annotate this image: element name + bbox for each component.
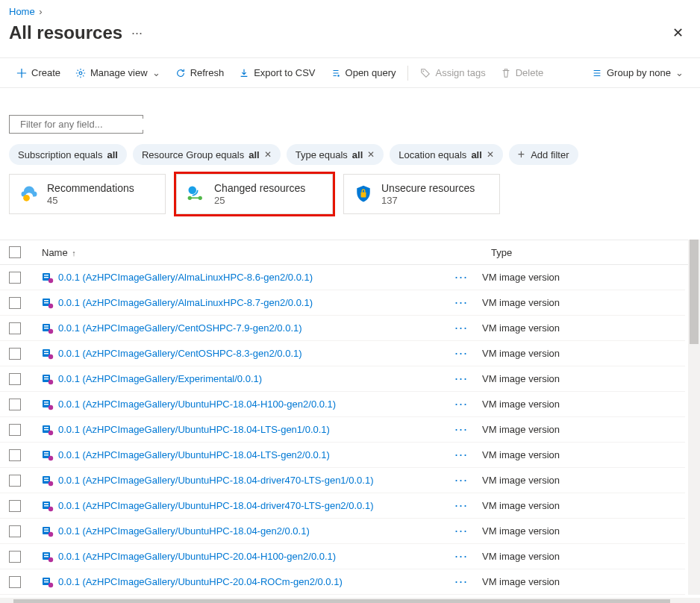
row-more-button[interactable]: ···: [440, 371, 482, 387]
row-more-button[interactable]: ···: [440, 549, 482, 564]
svg-rect-33: [44, 427, 49, 428]
breadcrumb-home[interactable]: Home: [9, 6, 35, 17]
export-csv-button[interactable]: Export to CSV: [231, 63, 322, 83]
svg-rect-18: [44, 328, 49, 329]
row-more-button[interactable]: ···: [440, 472, 482, 488]
row-more-button[interactable]: ···: [440, 295, 482, 310]
resource-link[interactable]: 0.0.1 (AzHPCImageGallery/UbuntuHPC-18.04…: [58, 449, 330, 460]
row-more-button[interactable]: ···: [440, 396, 482, 412]
delete-label: Delete: [516, 67, 544, 78]
row-more-button[interactable]: ···: [440, 346, 482, 361]
row-checkbox[interactable]: [9, 449, 21, 461]
more-icon[interactable]: ···: [131, 26, 143, 40]
resource-link[interactable]: 0.0.1 (AzHPCImageGallery/UbuntuHPC-20.04…: [58, 576, 343, 587]
grid-header: Name ↑ Type: [0, 240, 700, 265]
row-checkbox[interactable]: [9, 525, 21, 537]
pill-location-prefix: Location equals: [399, 149, 466, 160]
row-more-button[interactable]: ···: [440, 447, 482, 463]
row-checkbox[interactable]: [9, 475, 21, 487]
card-recommendations-count: 45: [47, 195, 134, 206]
refresh-button[interactable]: Refresh: [168, 63, 232, 83]
resource-link[interactable]: 0.0.1 (AzHPCImageGallery/UbuntuHPC-18.04…: [58, 399, 336, 410]
row-checkbox[interactable]: [9, 424, 21, 436]
svg-point-27: [49, 379, 53, 384]
card-unsecure-resources[interactable]: Unsecure resources 137: [343, 174, 500, 214]
resource-link[interactable]: 0.0.1 (AzHPCImageGallery/UbuntuHPC-18.04…: [58, 525, 310, 537]
row-type: VM image version: [482, 475, 676, 486]
pill-resource-group[interactable]: Resource Group equals all ✕: [133, 144, 281, 165]
vertical-scrollbar[interactable]: [688, 240, 700, 595]
row-more-button[interactable]: ···: [440, 422, 482, 437]
select-all-checkbox[interactable]: [9, 246, 21, 258]
row-name-cell: 0.0.1 (AzHPCImageGallery/CentOSHPC-7.9-g…: [42, 322, 440, 334]
svg-rect-14: [44, 302, 49, 304]
filters-area: Subscription equals all Resource Group e…: [0, 88, 700, 226]
manage-view-button[interactable]: Manage view ⌄: [68, 63, 168, 83]
table-row: 0.0.1 (AzHPCImageGallery/UbuntuHPC-18.04…: [0, 493, 685, 519]
row-checkbox[interactable]: [9, 322, 21, 334]
filter-input[interactable]: [20, 119, 146, 130]
table-row: 0.0.1 (AzHPCImageGallery/CentOSHPC-7.9-g…: [0, 316, 685, 341]
resource-link[interactable]: 0.0.1 (AzHPCImageGallery/AlmaLinuxHPC-8.…: [58, 272, 313, 283]
pill-type[interactable]: Type equals all ✕: [287, 144, 384, 165]
row-checkbox[interactable]: [9, 500, 21, 512]
pill-rg-prefix: Resource Group equals: [142, 149, 244, 160]
resource-link[interactable]: 0.0.1 (AzHPCImageGallery/AlmaLinuxHPC-8.…: [58, 297, 313, 308]
row-checkbox[interactable]: [9, 348, 21, 360]
horizontal-scrollbar[interactable]: [0, 598, 700, 603]
row-checkbox[interactable]: [9, 399, 21, 410]
row-name-cell: 0.0.1 (AzHPCImageGallery/CentOSHPC-8.3-g…: [42, 348, 440, 360]
header-type[interactable]: Type: [491, 247, 685, 258]
resource-link[interactable]: 0.0.1 (AzHPCImageGallery/UbuntuHPC-20.04…: [58, 551, 336, 562]
vm-image-icon: [42, 322, 54, 334]
row-type: VM image version: [482, 449, 676, 460]
svg-rect-30: [44, 404, 49, 405]
header-name[interactable]: Name ↑: [42, 247, 449, 258]
filter-input-wrap[interactable]: [9, 115, 143, 134]
filter-pill-row: Subscription equals all Resource Group e…: [9, 144, 691, 165]
pill-subscription[interactable]: Subscription equals all: [9, 144, 127, 165]
row-more-button[interactable]: ···: [440, 269, 482, 285]
card-recommendations-title: Recommendations: [47, 182, 134, 194]
resource-link[interactable]: 0.0.1 (AzHPCImageGallery/UbuntuHPC-18.04…: [58, 500, 373, 511]
card-recommendations[interactable]: Recommendations 45: [9, 174, 166, 214]
pill-type-remove[interactable]: ✕: [367, 149, 375, 160]
pill-location-remove[interactable]: ✕: [487, 149, 494, 160]
cloud-bulb-icon: [19, 184, 40, 204]
row-checkbox[interactable]: [9, 373, 21, 385]
svg-point-4: [189, 187, 197, 195]
svg-rect-46: [44, 505, 49, 507]
svg-rect-53: [44, 554, 49, 555]
open-query-button[interactable]: Open query: [323, 63, 404, 83]
resource-link[interactable]: 0.0.1 (AzHPCImageGallery/CentOSHPC-7.9-g…: [58, 322, 302, 334]
svg-point-55: [49, 557, 53, 561]
chevron-right-icon: ›: [39, 6, 42, 17]
row-more-button[interactable]: ···: [440, 574, 482, 590]
row-checkbox[interactable]: [9, 551, 21, 563]
row-checkbox[interactable]: [9, 576, 21, 588]
vm-image-icon: [42, 576, 54, 588]
row-checkbox[interactable]: [9, 272, 21, 284]
pill-subscription-prefix: Subscription equals: [18, 149, 102, 160]
group-by-button[interactable]: Group by none ⌄: [584, 63, 691, 83]
close-button[interactable]: ✕: [665, 22, 691, 44]
vm-image-icon: [42, 424, 54, 436]
assign-tags-button: Assign tags: [413, 63, 493, 83]
resource-link[interactable]: 0.0.1 (AzHPCImageGallery/Experimental/0.…: [58, 373, 262, 384]
create-button[interactable]: Create: [9, 63, 68, 83]
row-more-button[interactable]: ···: [440, 523, 482, 539]
table-row: 0.0.1 (AzHPCImageGallery/Experimental/0.…: [0, 366, 685, 392]
row-more-button[interactable]: ···: [440, 320, 482, 336]
svg-rect-26: [44, 378, 49, 380]
resource-link[interactable]: 0.0.1 (AzHPCImageGallery/UbuntuHPC-18.04…: [58, 424, 330, 435]
pill-add-filter[interactable]: + Add filter: [509, 144, 578, 165]
table-row: 0.0.1 (AzHPCImageGallery/UbuntuHPC-20.04…: [0, 544, 685, 569]
row-more-button[interactable]: ···: [440, 498, 482, 513]
pill-rg-remove[interactable]: ✕: [264, 149, 272, 160]
resource-link[interactable]: 0.0.1 (AzHPCImageGallery/UbuntuHPC-18.04…: [58, 475, 373, 486]
resource-link[interactable]: 0.0.1 (AzHPCImageGallery/CentOSHPC-8.3-g…: [58, 348, 302, 359]
svg-rect-22: [44, 353, 49, 354]
card-changed-resources[interactable]: Changed resources 25: [176, 174, 333, 214]
pill-location[interactable]: Location equals all ✕: [390, 144, 503, 165]
row-checkbox[interactable]: [9, 297, 21, 309]
